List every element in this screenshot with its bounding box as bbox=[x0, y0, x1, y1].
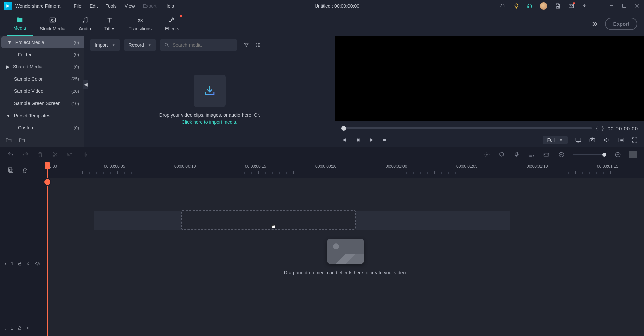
menu-view[interactable]: View bbox=[125, 3, 135, 9]
zoom-slider[interactable] bbox=[573, 154, 606, 155]
redo-button[interactable] bbox=[22, 151, 29, 158]
preview-scrubber[interactable] bbox=[341, 127, 592, 129]
audio-track-header[interactable]: ♪1 bbox=[0, 320, 47, 336]
chevron-down-icon: ▼ bbox=[112, 43, 115, 47]
svg-rect-2 bbox=[623, 4, 626, 7]
more-tabs-button[interactable] bbox=[590, 20, 598, 28]
menu-help[interactable]: Help bbox=[164, 3, 174, 9]
split-button[interactable] bbox=[52, 151, 58, 158]
render-preview-button[interactable] bbox=[484, 151, 490, 158]
zoom-out-button[interactable] bbox=[558, 151, 565, 158]
timeline-ruler[interactable]: 00:00 00:00:00:05 00:00:00:10 00:00:00:1… bbox=[0, 162, 644, 178]
sidebar-count: (20) bbox=[71, 89, 79, 94]
fullscreen-icon[interactable] bbox=[631, 137, 638, 143]
menu-file[interactable]: File bbox=[74, 3, 82, 9]
track-manager-button[interactable] bbox=[7, 166, 14, 173]
tab-transitions[interactable]: Transitions bbox=[122, 12, 158, 36]
download-icon[interactable] bbox=[582, 3, 588, 9]
menu-edit[interactable]: Edit bbox=[90, 3, 98, 9]
display-icon[interactable] bbox=[575, 137, 582, 143]
zoom-handle[interactable] bbox=[602, 153, 606, 157]
maximize-button[interactable] bbox=[622, 3, 627, 9]
preview-controls: { } 00:00:00:00 Full▼ bbox=[335, 121, 644, 147]
export-button[interactable]: Export bbox=[605, 18, 637, 30]
snapshot-icon[interactable] bbox=[589, 137, 596, 143]
user-avatar[interactable] bbox=[540, 2, 547, 10]
tab-media[interactable]: Media bbox=[7, 12, 33, 36]
tab-label: Titles bbox=[104, 26, 115, 31]
audio-mixer-button[interactable] bbox=[528, 151, 535, 158]
sidebar-item-sample-video[interactable]: Sample Video (20) bbox=[0, 85, 84, 97]
visibility-icon[interactable] bbox=[35, 261, 40, 266]
undo-button[interactable] bbox=[7, 151, 14, 158]
search-input[interactable] bbox=[173, 42, 233, 48]
sidebar-count: (10) bbox=[71, 101, 79, 106]
menu-export[interactable]: Export bbox=[143, 3, 156, 9]
sidebar-item-shared-media[interactable]: ▶ Shared Media (0) bbox=[0, 61, 84, 73]
import-dropdown[interactable]: Import▼ bbox=[90, 39, 120, 51]
tab-label: Stock Media bbox=[40, 26, 65, 31]
delete-button[interactable] bbox=[37, 151, 44, 158]
search-media[interactable] bbox=[160, 39, 237, 51]
scrubber-handle[interactable] bbox=[341, 126, 346, 131]
grid-view-icon[interactable] bbox=[255, 42, 261, 48]
mark-in-button[interactable]: { bbox=[596, 125, 598, 131]
preview-viewport[interactable] bbox=[335, 36, 644, 121]
svg-rect-38 bbox=[19, 263, 21, 265]
import-media-link[interactable]: Click here to import media. bbox=[182, 119, 238, 125]
collapse-sidebar-button[interactable]: ◀ bbox=[83, 80, 88, 89]
media-dropzone[interactable]: Drop your video clips, images, or audio … bbox=[84, 54, 335, 147]
play-button[interactable] bbox=[368, 137, 374, 143]
auto-ripple-button[interactable] bbox=[21, 166, 28, 173]
svg-point-39 bbox=[37, 263, 38, 264]
mark-out-button[interactable]: } bbox=[602, 125, 603, 131]
prev-frame-button[interactable] bbox=[341, 137, 347, 143]
lightbulb-icon[interactable] bbox=[513, 3, 519, 9]
minimize-button[interactable] bbox=[609, 3, 614, 9]
tab-audio[interactable]: Audio bbox=[72, 12, 98, 36]
cloud-icon[interactable] bbox=[500, 3, 506, 9]
next-frame-button[interactable] bbox=[355, 137, 361, 143]
quality-dropdown[interactable]: Full▼ bbox=[543, 136, 568, 144]
tab-stock-media[interactable]: Stock Media bbox=[33, 12, 72, 36]
marker-button[interactable] bbox=[498, 151, 505, 158]
pip-icon[interactable] bbox=[617, 137, 624, 143]
voiceover-button[interactable] bbox=[513, 151, 520, 158]
mute-icon[interactable] bbox=[26, 326, 31, 330]
audio-edit-button[interactable] bbox=[81, 151, 88, 158]
close-button[interactable] bbox=[635, 3, 640, 9]
stop-button[interactable] bbox=[382, 137, 387, 143]
filter-icon[interactable] bbox=[243, 42, 249, 48]
sidebar-item-preset-templates[interactable]: ▼ Preset Templates bbox=[0, 110, 84, 122]
zoom-fit-toggle[interactable] bbox=[629, 151, 637, 158]
zoom-in-button[interactable] bbox=[614, 151, 621, 158]
app-name: Wondershare Filmora bbox=[15, 3, 60, 9]
sidebar-item-project-media[interactable]: ▼ Project Media (0) bbox=[1, 36, 84, 48]
sidebar-item-custom[interactable]: Custom (0) bbox=[0, 122, 84, 134]
media-sidebar: ▼ Project Media (0) Folder (0) ▶ Shared … bbox=[0, 36, 84, 147]
tab-label: Effects bbox=[165, 26, 179, 31]
sidebar-item-sample-green-screen[interactable]: Sample Green Screen (10) bbox=[0, 97, 84, 109]
menu-tools[interactable]: Tools bbox=[106, 3, 117, 9]
folder-icon[interactable] bbox=[19, 137, 25, 144]
tab-effects[interactable]: Effects bbox=[158, 12, 186, 36]
volume-icon[interactable] bbox=[603, 137, 610, 143]
save-icon[interactable] bbox=[555, 3, 561, 9]
lock-icon[interactable] bbox=[17, 326, 22, 330]
playhead[interactable] bbox=[47, 162, 48, 336]
record-dropdown[interactable]: Record▼ bbox=[124, 39, 156, 51]
new-folder-icon[interactable] bbox=[5, 137, 12, 144]
video-track-header[interactable]: ▸1 bbox=[0, 256, 47, 272]
track-gutter: ▸1 ♪1 bbox=[0, 178, 47, 336]
mute-icon[interactable] bbox=[26, 261, 31, 266]
lock-icon[interactable] bbox=[17, 261, 22, 266]
mail-icon[interactable] bbox=[568, 3, 574, 9]
sidebar-item-folder[interactable]: Folder (0) bbox=[0, 48, 84, 60]
sidebar-item-sample-color[interactable]: Sample Color (25) bbox=[0, 73, 84, 85]
ruler-track[interactable]: 00:00 00:00:00:05 00:00:00:10 00:00:00:1… bbox=[47, 162, 644, 178]
crop-button[interactable] bbox=[66, 151, 73, 158]
track-content-area[interactable]: Drag and drop media and effects here to … bbox=[47, 178, 644, 336]
tab-titles[interactable]: Titles bbox=[98, 12, 122, 36]
fit-button[interactable] bbox=[543, 151, 550, 158]
headphones-icon[interactable] bbox=[527, 3, 533, 9]
